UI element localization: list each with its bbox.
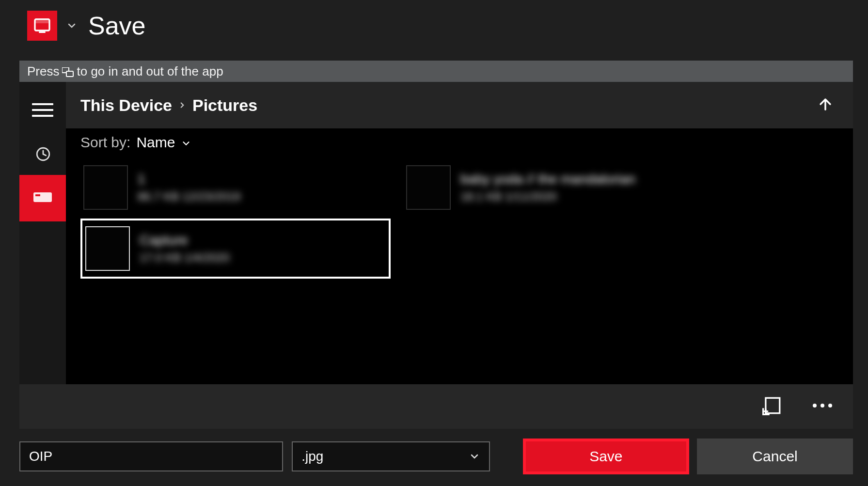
save-row: .jpg Save Cancel bbox=[19, 439, 853, 474]
cancel-button[interactable]: Cancel bbox=[697, 439, 853, 474]
svg-rect-3 bbox=[66, 71, 73, 77]
hint-suffix: to go in and out of the app bbox=[77, 64, 223, 79]
sort-label: Sort by: bbox=[80, 134, 130, 151]
file-thumbnail bbox=[85, 226, 130, 271]
file-thumbnail bbox=[83, 165, 128, 210]
new-folder-button[interactable] bbox=[762, 395, 782, 418]
view-button-icon bbox=[62, 64, 74, 79]
recent-icon[interactable] bbox=[35, 146, 51, 164]
window-title: Save bbox=[88, 11, 146, 40]
file-item[interactable]: baby yoda // the mandalorian 18.1 KB 1/1… bbox=[403, 161, 713, 214]
file-item-selected[interactable]: Capture 17.0 KB 1/4/2020 bbox=[80, 219, 391, 279]
file-extension-dropdown[interactable]: .jpg bbox=[292, 441, 489, 471]
file-browser-area: This Device Pictures Sort by: Name 1 bbox=[19, 82, 853, 384]
hint-prefix: Press bbox=[27, 64, 59, 79]
svg-point-8 bbox=[813, 404, 817, 408]
more-options-button[interactable] bbox=[811, 402, 834, 411]
file-meta: 17.0 KB 1/4/2020 bbox=[140, 251, 229, 265]
file-name: 1 bbox=[138, 172, 240, 187]
svg-rect-5 bbox=[33, 192, 52, 202]
breadcrumb-leaf[interactable]: Pictures bbox=[192, 96, 257, 115]
sort-value: Name bbox=[136, 134, 175, 151]
file-name: Capture bbox=[140, 233, 229, 248]
file-grid: 1 86.7 KB 12/23/2019 baby yoda // the ma… bbox=[80, 161, 851, 279]
breadcrumb-root[interactable]: This Device bbox=[80, 96, 172, 115]
svg-rect-6 bbox=[35, 194, 40, 196]
chevron-right-icon bbox=[178, 98, 187, 113]
save-button[interactable]: Save bbox=[523, 439, 690, 474]
svg-point-9 bbox=[821, 404, 824, 408]
footer-toolbar bbox=[19, 384, 853, 429]
app-storage-icon bbox=[27, 11, 57, 41]
file-meta: 18.1 KB 1/11/2020 bbox=[460, 190, 635, 204]
this-device-rail-item[interactable] bbox=[19, 175, 66, 221]
file-thumbnail bbox=[406, 165, 451, 210]
location-rail bbox=[19, 82, 66, 384]
file-extension-value: .jpg bbox=[301, 449, 323, 464]
file-item[interactable]: 1 86.7 KB 12/23/2019 bbox=[80, 161, 391, 214]
title-dropdown-chevron-icon[interactable] bbox=[64, 18, 79, 33]
filename-input[interactable] bbox=[19, 441, 283, 471]
file-name: baby yoda // the mandalorian bbox=[460, 172, 635, 187]
chevron-down-icon bbox=[181, 138, 191, 149]
controller-hint-bar: Press to go in and out of the app bbox=[19, 61, 853, 82]
sort-by-dropdown[interactable]: Sort by: Name bbox=[66, 128, 853, 151]
svg-rect-1 bbox=[35, 19, 49, 23]
breadcrumb[interactable]: This Device Pictures bbox=[80, 96, 257, 115]
file-meta: 86.7 KB 12/23/2019 bbox=[138, 190, 240, 204]
svg-point-10 bbox=[828, 404, 832, 408]
hamburger-menu-button[interactable] bbox=[32, 99, 53, 121]
chevron-down-icon bbox=[469, 451, 480, 462]
go-up-button[interactable] bbox=[812, 91, 838, 119]
